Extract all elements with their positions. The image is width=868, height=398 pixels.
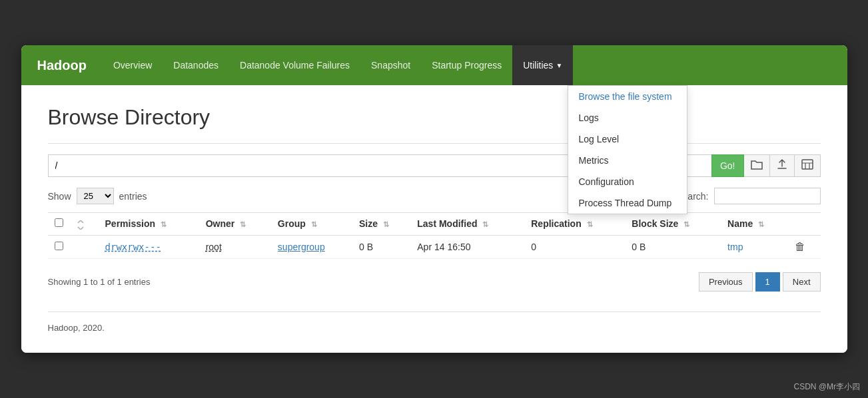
group-link[interactable]: supergroup (278, 242, 325, 252)
col-block-size[interactable]: Block Size ⇅ (625, 213, 721, 235)
table-icon (801, 159, 813, 172)
show-label: Show (48, 191, 71, 202)
navbar: Hadoop Overview Datanodes Datanode Volum… (21, 45, 847, 85)
utilities-dropdown: Browse the file system Logs Log Level Me… (568, 85, 687, 214)
show-entries: Show 10 25 50 100 entries (48, 188, 147, 204)
name-link[interactable]: tmp (727, 242, 743, 252)
row-permission: drwxrwx--- (99, 235, 199, 258)
showing-text: Showing 1 to 1 of 1 entries (48, 277, 151, 287)
entries-select[interactable]: 10 25 50 100 (77, 188, 114, 204)
select-all-checkbox[interactable] (55, 218, 63, 227)
row-name: tmp (721, 235, 788, 258)
replication-sort-icon: ⇅ (587, 220, 593, 228)
search-input[interactable] (714, 188, 821, 204)
dropdown-logs[interactable]: Logs (568, 107, 687, 128)
block-size-sort-icon: ⇅ (683, 220, 689, 228)
upload-icon (777, 158, 787, 173)
footer-text: Hadoop, 2020. (48, 323, 105, 333)
next-button[interactable]: Next (783, 272, 821, 292)
page-1-button[interactable]: 1 (755, 272, 780, 292)
row-delete: 🗑 (788, 235, 821, 258)
path-bar: Go! (48, 143, 821, 177)
dropdown-log-level[interactable]: Log Level (568, 128, 687, 150)
col-actions (788, 213, 821, 235)
nav-datanode-volume-failures[interactable]: Datanode Volume Failures (229, 45, 360, 85)
nav-startup-progress[interactable]: Startup Progress (421, 45, 512, 85)
svg-rect-0 (802, 160, 813, 169)
upload-icon-button[interactable] (770, 154, 795, 177)
page-title: Browse Directory (48, 105, 821, 130)
col-size[interactable]: Size ⇅ (352, 213, 410, 235)
table-footer: Showing 1 to 1 of 1 entries Previous 1 N… (48, 267, 821, 292)
app-window: Hadoop Overview Datanodes Datanode Volum… (21, 45, 847, 352)
dropdown-browse-filesystem[interactable]: Browse the file system (568, 86, 687, 107)
last-modified-sort-icon: ⇅ (482, 220, 488, 228)
row-group: supergroup (271, 235, 352, 258)
folder-icon (751, 159, 763, 172)
row-replication: 0 (524, 235, 625, 258)
col-name[interactable]: Name ⇅ (721, 213, 788, 235)
main-content: Browse Directory Go! (21, 85, 847, 352)
row-empty-cell (70, 235, 99, 258)
permission-link[interactable]: drwxrwx--- (105, 242, 161, 252)
table-row: drwxrwx--- root supergroup 0 B Apr 14 16… (48, 235, 821, 258)
row-last-modified: Apr 14 16:50 (410, 235, 524, 258)
col-replication[interactable]: Replication ⇅ (524, 213, 625, 235)
previous-button[interactable]: Previous (699, 272, 753, 292)
pagination: Previous 1 Next (699, 272, 821, 292)
nav-utilities[interactable]: Utilities ▼ (512, 45, 573, 85)
dropdown-process-thread-dump[interactable]: Process Thread Dump (568, 192, 687, 214)
table-header-row: Permission ⇅ Owner ⇅ Group ⇅ Size ⇅ (48, 213, 821, 235)
select-all-header (48, 213, 70, 235)
nav-overview[interactable]: Overview (103, 45, 163, 85)
col-permission[interactable]: Permission ⇅ (99, 213, 199, 235)
row-size: 0 B (352, 235, 410, 258)
table-controls: Show 10 25 50 100 entries Search: (48, 188, 821, 204)
delete-icon[interactable]: 🗑 (795, 241, 805, 252)
folder-icon-button[interactable] (744, 154, 770, 177)
table-icon-button[interactable] (795, 154, 821, 177)
owner-sort-icon: ⇅ (240, 220, 246, 228)
navbar-brand: Hadoop (21, 45, 103, 85)
chevron-down-icon: ▼ (556, 62, 562, 69)
col-owner[interactable]: Owner ⇅ (199, 213, 271, 235)
dropdown-configuration[interactable]: Configuration (568, 171, 687, 192)
go-button[interactable]: Go! (711, 154, 744, 177)
row-owner: root (199, 235, 271, 258)
row-checkbox[interactable] (55, 242, 63, 250)
col-last-modified[interactable]: Last Modified ⇅ (410, 213, 524, 235)
search-box: Search: (676, 188, 820, 204)
directory-table: Permission ⇅ Owner ⇅ Group ⇅ Size ⇅ (48, 212, 821, 258)
size-sort-icon: ⇅ (383, 220, 389, 228)
owner-link[interactable]: root (206, 242, 222, 252)
dropdown-metrics[interactable]: Metrics (568, 150, 687, 171)
name-sort-icon: ⇅ (758, 220, 764, 228)
page-footer: Hadoop, 2020. (48, 311, 821, 333)
permission-sort-icon: ⇅ (161, 220, 167, 228)
row-block-size: 0 B (625, 235, 721, 258)
col-sort-icon[interactable] (70, 213, 99, 235)
entries-label: entries (119, 191, 147, 202)
group-sort-icon: ⇅ (311, 220, 317, 228)
watermark: CSDN @Mr李小四 (793, 381, 860, 393)
col-group[interactable]: Group ⇅ (271, 213, 352, 235)
row-checkbox-cell (48, 235, 70, 258)
nav-snapshot[interactable]: Snapshot (360, 45, 421, 85)
replication-link[interactable]: 0 (531, 242, 536, 252)
nav-datanodes[interactable]: Datanodes (163, 45, 229, 85)
